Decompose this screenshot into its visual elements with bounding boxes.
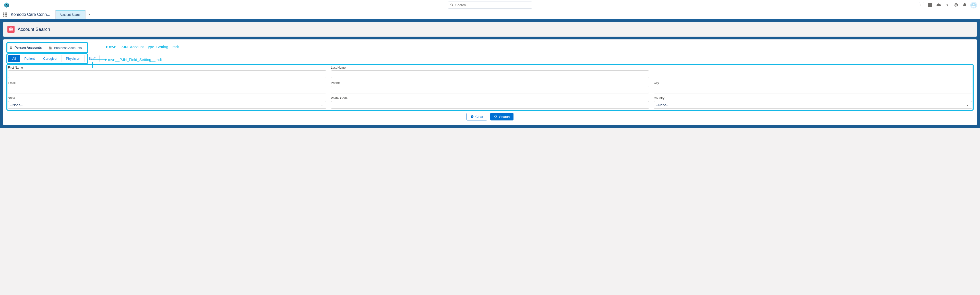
field-city: City bbox=[654, 81, 972, 94]
setup-button[interactable] bbox=[953, 2, 959, 8]
favorites-button[interactable] bbox=[919, 2, 924, 8]
city-label: City bbox=[654, 81, 972, 85]
field-email: Email bbox=[8, 81, 326, 94]
app-launcher[interactable] bbox=[3, 13, 7, 17]
postal-code-label: Postal Code bbox=[331, 97, 649, 100]
svg-rect-13 bbox=[49, 48, 50, 48]
field-phone: Phone bbox=[331, 81, 649, 94]
annotation-text: mvn__PJN_Field_Setting__mdt bbox=[108, 57, 162, 62]
pill-physician[interactable]: Physician bbox=[62, 55, 84, 62]
pill-staff[interactable]: Staff bbox=[84, 55, 100, 62]
page-title: Account Search bbox=[18, 27, 50, 32]
tab-person-accounts[interactable]: Person Accounts bbox=[8, 44, 43, 52]
field-postal-code: Postal Code bbox=[331, 97, 649, 109]
search-label: Search bbox=[499, 115, 510, 119]
global-search-input[interactable] bbox=[455, 3, 530, 7]
phone-input[interactable] bbox=[331, 86, 649, 94]
bell-icon bbox=[963, 3, 967, 7]
country-select[interactable]: --None-- bbox=[654, 101, 972, 109]
svg-point-7 bbox=[973, 3, 975, 5]
search-icon bbox=[450, 3, 454, 7]
help-button[interactable]: ? bbox=[944, 2, 950, 8]
app-name: Komodo Care Conn... bbox=[11, 12, 50, 17]
search-button[interactable]: Search bbox=[490, 113, 514, 121]
app-logo bbox=[3, 2, 10, 9]
globe-icon bbox=[9, 27, 13, 32]
clear-label: Clear bbox=[476, 115, 484, 119]
svg-marker-3 bbox=[6, 4, 7, 5]
field-last-name: Last Name bbox=[331, 66, 649, 78]
page-body: Account Search Person Accounts Business … bbox=[0, 19, 980, 128]
global-actions: ? bbox=[919, 2, 977, 8]
first-name-input[interactable] bbox=[8, 70, 326, 78]
search-form: First Name Last Name Email Phone C bbox=[8, 66, 972, 109]
person-icon bbox=[9, 46, 13, 50]
main-card: Person Accounts Business Accounts mvn__P… bbox=[3, 39, 977, 125]
last-name-input[interactable] bbox=[331, 70, 649, 78]
chevron-down-icon bbox=[922, 4, 923, 6]
search-icon bbox=[494, 115, 498, 118]
action-row: Clear Search bbox=[8, 113, 972, 121]
question-icon: ? bbox=[945, 3, 950, 7]
svg-rect-11 bbox=[51, 48, 52, 49]
page-header: Account Search bbox=[3, 22, 977, 37]
star-icon bbox=[920, 4, 921, 6]
nav-tab-dropdown[interactable] bbox=[86, 10, 93, 19]
field-first-name: First Name bbox=[8, 66, 326, 78]
global-search[interactable] bbox=[448, 2, 532, 9]
field-country: Country --None-- bbox=[654, 97, 972, 109]
cloud-icon bbox=[936, 3, 941, 7]
nav-tab-account-search[interactable]: Account Search bbox=[56, 10, 86, 19]
record-type-filter: All Patient Caregiver Physician Staff bbox=[8, 55, 100, 62]
field-state: State --None-- bbox=[8, 97, 326, 109]
app-nav: Komodo Care Conn... Account Search bbox=[0, 10, 980, 19]
nav-tab-label: Account Search bbox=[60, 13, 81, 17]
svg-point-9 bbox=[10, 46, 11, 48]
state-select[interactable]: --None-- bbox=[8, 101, 326, 109]
chevron-down-icon bbox=[88, 13, 91, 16]
phone-label: Phone bbox=[331, 81, 649, 85]
page-header-icon bbox=[7, 26, 14, 33]
postal-code-input[interactable] bbox=[331, 101, 649, 109]
salesforce-button[interactable] bbox=[935, 2, 942, 8]
pill-all[interactable]: All bbox=[8, 55, 20, 62]
close-circle-icon bbox=[470, 115, 474, 118]
country-label: Country bbox=[654, 97, 972, 100]
last-name-label: Last Name bbox=[331, 66, 649, 70]
global-header: ? bbox=[0, 0, 980, 10]
user-avatar[interactable] bbox=[970, 2, 977, 8]
tab-label: Business Accounts bbox=[54, 46, 82, 50]
account-type-tabs: Person Accounts Business Accounts bbox=[8, 44, 972, 52]
pill-caregiver[interactable]: Caregiver bbox=[39, 55, 62, 62]
clear-button[interactable]: Clear bbox=[466, 113, 487, 121]
building-icon bbox=[48, 46, 52, 50]
email-input[interactable] bbox=[8, 86, 326, 94]
add-button[interactable] bbox=[927, 2, 933, 8]
plus-icon bbox=[928, 3, 932, 7]
notifications-button[interactable] bbox=[962, 2, 968, 8]
tab-label: Person Accounts bbox=[14, 46, 41, 49]
first-name-label: First Name bbox=[8, 66, 326, 70]
email-label: Email bbox=[8, 81, 326, 85]
state-label: State bbox=[8, 97, 326, 100]
svg-rect-14 bbox=[49, 48, 50, 49]
gear-icon bbox=[954, 3, 958, 7]
pill-patient[interactable]: Patient bbox=[20, 55, 39, 62]
avatar-icon bbox=[971, 3, 976, 8]
city-input[interactable] bbox=[654, 86, 972, 94]
svg-text:?: ? bbox=[946, 3, 948, 7]
tab-business-accounts[interactable]: Business Accounts bbox=[47, 44, 83, 52]
